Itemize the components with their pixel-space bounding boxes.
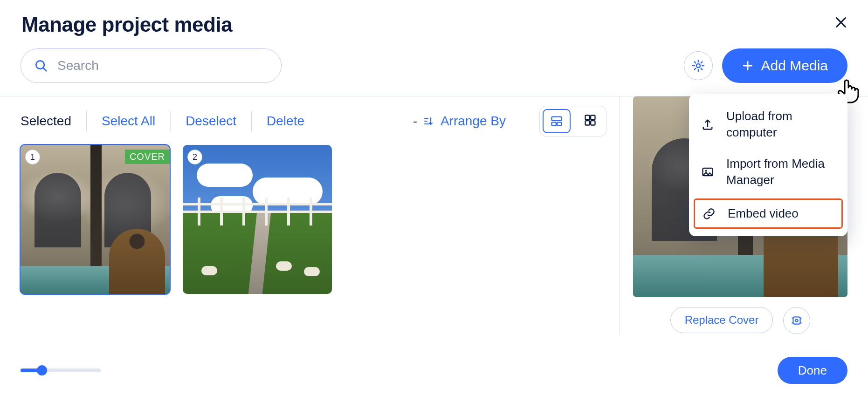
page-title: Manage project media <box>21 13 847 36</box>
search-icon <box>34 59 48 73</box>
svg-rect-6 <box>591 116 595 120</box>
settings-button[interactable] <box>684 51 713 80</box>
close-button[interactable] <box>834 16 847 29</box>
select-all-button[interactable]: Select All <box>102 114 155 129</box>
svg-point-10 <box>796 319 798 321</box>
media-item[interactable]: 2 <box>183 145 332 294</box>
svg-rect-3 <box>552 122 556 125</box>
zoom-knob[interactable] <box>37 365 47 376</box>
dropdown-item-embed[interactable]: Embed video <box>694 198 843 229</box>
media-order-badge: 2 <box>187 150 202 164</box>
svg-rect-4 <box>557 122 561 125</box>
view-list-icon <box>550 115 563 128</box>
view-grid-icon <box>584 114 597 127</box>
delete-button[interactable]: Delete <box>267 114 304 129</box>
image-icon <box>699 165 716 178</box>
cover-actions: Replace Cover <box>633 307 847 334</box>
plus-icon <box>742 60 754 72</box>
search-field[interactable] <box>21 48 282 83</box>
arrange-icon <box>423 116 434 127</box>
link-icon <box>701 207 717 220</box>
add-media-dropdown: Upload from computer Import from Media M… <box>689 94 847 236</box>
dropdown-item-label: Import from Media Manager <box>726 156 837 188</box>
view-toggle <box>539 106 606 137</box>
replace-cover-button[interactable]: Replace Cover <box>670 307 773 333</box>
selected-label: Selected <box>21 114 71 129</box>
toolbar: Selected Select All Deselect Delete - Ar… <box>21 96 606 145</box>
deselect-button[interactable]: Deselect <box>186 114 236 129</box>
svg-point-12 <box>705 170 707 172</box>
dropdown-item-label: Upload from computer <box>726 108 837 141</box>
upload-icon <box>699 118 716 131</box>
svg-point-1 <box>696 64 700 68</box>
footer: Done <box>21 357 847 384</box>
svg-rect-2 <box>552 117 562 121</box>
dropdown-item-upload[interactable]: Upload from computer <box>689 101 847 148</box>
media-order-badge: 1 <box>25 150 40 164</box>
svg-rect-7 <box>586 121 590 125</box>
view-grid-button[interactable] <box>577 109 603 131</box>
left-pane: Selected Select All Deselect Delete - Ar… <box>21 96 606 334</box>
header-row: Add Media <box>21 48 847 83</box>
add-media-label: Add Media <box>761 58 828 74</box>
crop-button[interactable] <box>783 307 810 334</box>
add-media-button[interactable]: Add Media <box>722 48 847 83</box>
done-button[interactable]: Done <box>778 357 847 384</box>
close-icon <box>834 16 847 29</box>
media-gallery: 1 COVER 2 <box>21 145 606 294</box>
crop-icon <box>791 314 803 327</box>
zoom-slider[interactable] <box>21 369 101 372</box>
arrange-by-label: Arrange By <box>441 114 506 129</box>
manage-media-dialog: Manage project media Add Media Selected … <box>0 0 868 396</box>
gear-icon <box>691 59 705 73</box>
svg-rect-5 <box>586 116 590 120</box>
dropdown-item-label: Embed video <box>728 205 799 222</box>
cover-badge: COVER <box>125 150 170 164</box>
search-input[interactable] <box>56 58 268 74</box>
svg-rect-8 <box>591 121 595 125</box>
media-item[interactable]: 1 COVER <box>21 145 170 294</box>
arrange-by-button[interactable]: - Arrange By <box>413 114 506 129</box>
svg-rect-9 <box>793 317 800 324</box>
dropdown-item-import[interactable]: Import from Media Manager <box>689 148 847 196</box>
view-list-button[interactable] <box>543 109 571 133</box>
